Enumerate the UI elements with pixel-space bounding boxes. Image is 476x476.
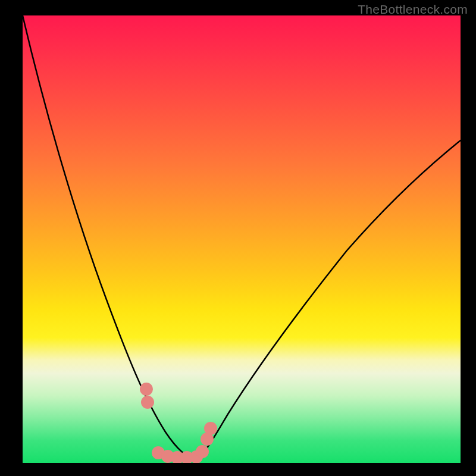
left-curve — [23, 15, 195, 459]
chart-svg — [23, 15, 461, 463]
right-curve — [195, 140, 461, 459]
marker-group — [140, 383, 217, 463]
outer-frame: TheBottleneck.com — [0, 0, 476, 476]
svg-point-9 — [204, 422, 217, 435]
svg-point-0 — [140, 383, 153, 396]
plot-area — [23, 15, 461, 463]
svg-point-7 — [196, 445, 209, 458]
svg-point-1 — [141, 396, 154, 409]
watermark-text: TheBottleneck.com — [358, 2, 468, 17]
